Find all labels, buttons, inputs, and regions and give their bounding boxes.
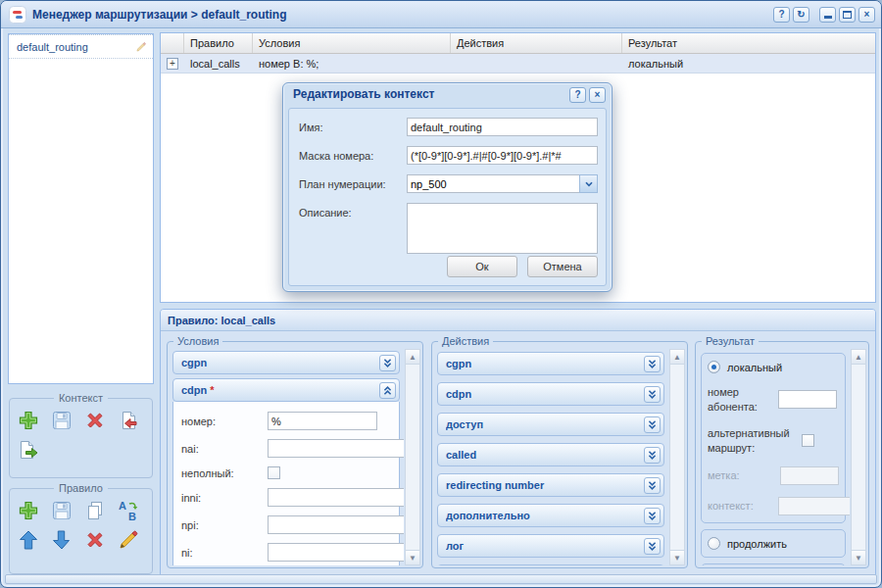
table-row[interactable]: + local_calls номер B: %; локальный xyxy=(161,54,875,74)
subscriber-number-input[interactable] xyxy=(778,390,837,409)
arrow-down-icon xyxy=(50,528,74,552)
numbering-plan-select[interactable] xyxy=(407,174,579,193)
scroll-down-icon[interactable]: ▼ xyxy=(852,550,865,564)
rule-add-button[interactable] xyxy=(16,498,41,523)
rule-edit-button[interactable] xyxy=(116,527,141,553)
npi-select[interactable] xyxy=(268,515,404,534)
chevron-down-icon[interactable] xyxy=(644,477,661,494)
chevron-down-icon[interactable] xyxy=(644,386,661,403)
continue-option[interactable]: продолжить xyxy=(708,537,839,550)
radio-selected-icon[interactable] xyxy=(708,361,720,373)
action-panel-clipped[interactable] xyxy=(437,564,664,565)
cdpn-panel-header[interactable]: cdpn* xyxy=(172,378,400,402)
npi-label: npi: xyxy=(181,519,268,531)
list-item[interactable]: default_routing xyxy=(9,34,153,59)
action-panel-access[interactable]: доступ xyxy=(437,413,664,436)
incomplete-checkbox[interactable] xyxy=(268,466,280,479)
scroll-down-icon[interactable]: ▼ xyxy=(406,550,419,564)
edit-context-dialog: Редактировать контекст ? × Имя: Маска но… xyxy=(282,82,612,292)
actions-legend: Действия xyxy=(438,335,493,347)
cancel-button[interactable]: Отмена xyxy=(527,256,598,277)
cell-conditions: номер B: %; xyxy=(253,54,451,73)
result-scrollbar[interactable]: ▲ ▼ xyxy=(851,349,866,565)
description-textarea[interactable] xyxy=(407,203,598,254)
action-panel-called[interactable]: called xyxy=(437,443,664,466)
action-panel-cgpn[interactable]: cgpn xyxy=(437,352,664,375)
cgpn-panel-header[interactable]: cgpn xyxy=(172,351,400,374)
ok-button[interactable]: Ок xyxy=(447,256,517,277)
action-panel-cdpn[interactable]: cdpn xyxy=(437,382,664,406)
dialog-help-icon[interactable]: ? xyxy=(569,87,586,103)
context-delete-button[interactable] xyxy=(82,408,108,433)
required-mark: * xyxy=(210,384,214,396)
mask-input[interactable] xyxy=(407,146,598,165)
chevron-down-icon[interactable] xyxy=(644,508,661,524)
ni-select[interactable] xyxy=(268,543,404,562)
cell-actions xyxy=(451,54,622,73)
app-window: Менеджер маршрутизации > default_routing… xyxy=(0,0,882,588)
scroll-up-icon[interactable]: ▲ xyxy=(670,350,684,365)
grid-header-actions[interactable]: Действия xyxy=(451,33,622,53)
dialog-close-icon[interactable]: × xyxy=(589,87,606,103)
number-input[interactable] xyxy=(268,412,377,430)
scroll-up-icon[interactable]: ▲ xyxy=(406,350,419,365)
result-option-local-group: локальный номер абонента: альтернативный… xyxy=(701,353,846,523)
actions-content: cgpn cdpn доступ called xyxy=(433,347,668,565)
rule-move-up-button[interactable] xyxy=(16,527,41,553)
action-panel-log[interactable]: лог xyxy=(437,534,664,558)
rule-save-button[interactable] xyxy=(49,498,74,523)
actions-scrollbar[interactable]: ▲ ▼ xyxy=(669,349,685,565)
result-content: локальный номер абонента: альтернативный… xyxy=(697,347,850,565)
chevron-down-icon[interactable] xyxy=(379,355,396,371)
inni-select[interactable] xyxy=(268,488,404,507)
rule-rename-button[interactable]: A B xyxy=(116,498,141,523)
chevron-up-icon[interactable] xyxy=(379,382,396,399)
rule-toolbar-group: Правило xyxy=(9,482,153,574)
grid-header-result[interactable]: Результат xyxy=(622,33,875,53)
rule-move-down-button[interactable] xyxy=(49,527,74,553)
close-icon[interactable]: × xyxy=(858,7,875,23)
context-save-button[interactable] xyxy=(49,408,74,433)
conditions-legend: Условия xyxy=(173,335,222,347)
rename-icon: A B xyxy=(117,499,140,522)
edit-pencil-icon[interactable] xyxy=(134,40,148,54)
delete-icon xyxy=(83,528,107,552)
nai-select[interactable] xyxy=(268,439,404,458)
label-input[interactable] xyxy=(780,466,839,485)
alt-route-checkbox[interactable] xyxy=(802,434,814,447)
grid-header-conditions[interactable]: Условия xyxy=(253,33,451,53)
status-bar xyxy=(5,574,877,584)
maximize-icon[interactable] xyxy=(839,7,856,23)
context-export-button[interactable] xyxy=(16,437,41,463)
row-expand-icon[interactable]: + xyxy=(167,58,178,70)
chevron-down-icon[interactable] xyxy=(644,356,661,372)
result-option-direction-group: направление xyxy=(701,564,846,565)
app-logo-icon xyxy=(9,6,26,24)
rule-copy-button[interactable] xyxy=(82,498,108,523)
conditions-scrollbar[interactable]: ▲ ▼ xyxy=(405,349,420,565)
name-input[interactable] xyxy=(407,118,598,136)
radio-icon[interactable] xyxy=(708,537,720,550)
refresh-icon[interactable]: ↻ xyxy=(793,7,809,23)
dialog-body: Имя: Маска номера: План нумерации: xyxy=(288,108,607,286)
description-label: Описание: xyxy=(299,207,352,219)
help-icon[interactable]: ? xyxy=(773,7,790,23)
grid-header-rule[interactable]: Правило xyxy=(184,33,253,53)
context-import-button[interactable] xyxy=(116,408,141,433)
action-panel-redirecting-number[interactable]: redirecting number xyxy=(437,473,664,497)
save-icon xyxy=(50,499,74,522)
chevron-down-icon[interactable] xyxy=(644,447,661,464)
action-panel-additional[interactable]: дополнительно xyxy=(437,504,664,527)
context-select[interactable] xyxy=(778,497,850,515)
chevron-down-icon[interactable] xyxy=(644,538,661,555)
incomplete-label: неполный: xyxy=(181,467,268,479)
rule-delete-button[interactable] xyxy=(82,527,108,553)
context-add-button[interactable] xyxy=(16,408,41,433)
scroll-up-icon[interactable]: ▲ xyxy=(852,350,865,365)
result-fieldset: Результат локальный номер абонента: альт… xyxy=(695,335,869,568)
chevron-down-icon[interactable] xyxy=(644,416,661,433)
scroll-down-icon[interactable]: ▼ xyxy=(670,550,684,564)
combo-trigger-icon[interactable] xyxy=(579,174,598,193)
local-option[interactable]: локальный xyxy=(708,361,839,373)
minimize-icon[interactable] xyxy=(819,7,836,23)
